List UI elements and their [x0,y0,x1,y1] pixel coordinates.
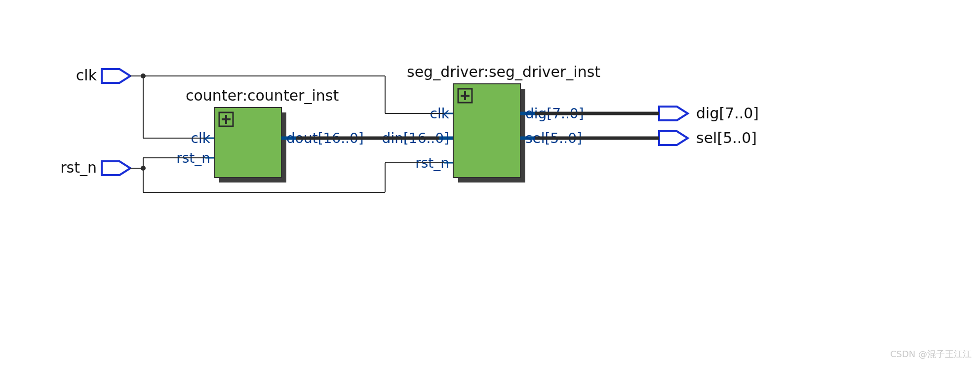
rtl-schematic: clk rst_n dig[7..0] sel[5..0] counter:co… [0,0,980,365]
input-rstn-label: rst_n [60,159,97,176]
svg-rect-1 [214,108,281,178]
block-counter[interactable]: counter:counter_inst clk rst_n dout[16..… [176,87,364,182]
svg-rect-9 [453,84,520,178]
output-port-dig: dig[7..0] [659,105,759,122]
input-pin-icon [102,69,130,83]
block-seg-title: seg_driver:seg_driver_inst [407,63,600,80]
input-clk-label: clk [76,67,97,84]
output-pin-icon [659,107,688,120]
output-port-sel: sel[5..0] [659,129,757,146]
output-dig-label: dig[7..0] [696,105,759,122]
output-pin-icon [659,131,688,145]
input-pin-icon [102,161,130,175]
output-sel-label: sel[5..0] [696,129,757,146]
input-port-clk: clk [76,67,130,84]
block-counter-title: counter:counter_inst [186,87,339,104]
input-port-rstn: rst_n [60,159,130,176]
block-seg-driver[interactable]: seg_driver:seg_driver_inst clk din[16..0… [382,63,601,182]
net-clk [130,73,444,138]
watermark: CSDN @混子王江江 [890,349,972,359]
